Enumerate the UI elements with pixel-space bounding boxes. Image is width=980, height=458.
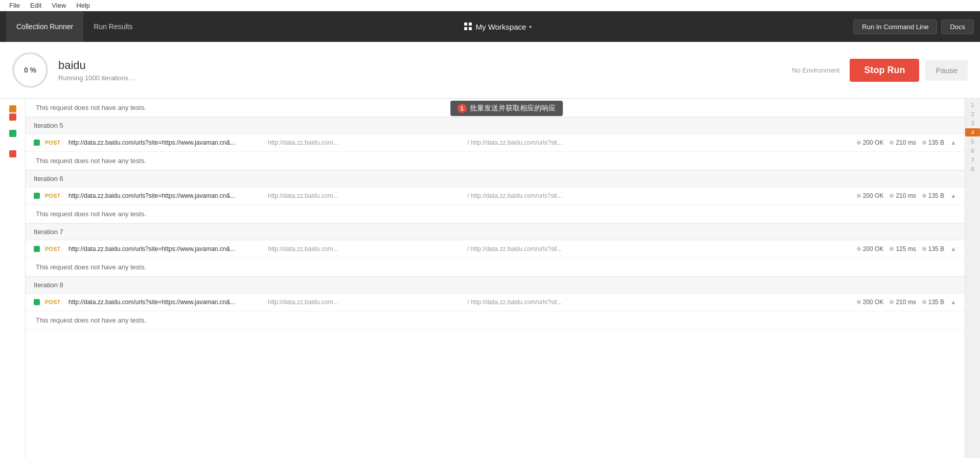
iteration-header-6: Iteration 6 — [26, 170, 965, 187]
tooltip-badge: 1 — [458, 104, 467, 113]
time-meta: 210 ms — [890, 299, 916, 306]
request-url: http://data.zz.baidu.com/urls?site=https… — [69, 299, 263, 306]
request-url: http://data.zz.baidu.com/urls?site=https… — [69, 192, 263, 199]
environment-label: No Environment — [792, 66, 839, 74]
expand-button[interactable]: ▲ — [950, 192, 956, 199]
scroll-num-5[interactable]: 5 — [965, 138, 980, 146]
status-indicator — [34, 299, 40, 305]
status-indicator — [34, 140, 40, 146]
pause-button[interactable]: Pause — [925, 60, 968, 81]
meta-dot — [857, 141, 861, 145]
meta-dot-3 — [922, 300, 926, 304]
progress-section: 0 % baidu Running 1000 iterations ... No… — [0, 42, 980, 99]
request-full-url: http://data.zz.baidu.com... — [268, 245, 462, 253]
pair-icon[interactable] — [5, 105, 21, 121]
no-tests-iter8: This request does not have any tests. — [26, 311, 965, 330]
no-tests-iter7: This request does not have any tests. — [26, 258, 965, 277]
menu-help[interactable]: Help — [71, 1, 95, 10]
request-path: / http://data.zz.baidu.com/urls?sit... — [467, 139, 600, 146]
results-area: This request does not have any tests. 1 … — [26, 99, 965, 458]
iteration-header-7: Iteration 7 — [26, 223, 965, 240]
method-badge: POST — [45, 299, 63, 305]
no-tests-first: This request does not have any tests. 1 … — [26, 99, 965, 117]
scroll-num-7[interactable]: 7 — [965, 156, 980, 164]
meta-dot-2 — [890, 194, 894, 198]
time-meta: 210 ms — [890, 192, 916, 199]
scroll-num-1[interactable]: 1 — [965, 101, 980, 109]
no-tests-iter5: This request does not have any tests. — [26, 152, 965, 170]
size-meta: 135 B — [922, 192, 944, 199]
iteration-header-8: Iteration 8 — [26, 277, 965, 293]
scroll-num-3[interactable]: 3 — [965, 119, 980, 127]
request-meta: 200 OK 210 ms 135 B ▲ — [857, 192, 956, 199]
menu-edit[interactable]: Edit — [25, 1, 47, 10]
workspace-center: My Workspace ▾ — [143, 19, 854, 34]
meta-dot — [857, 300, 861, 304]
status-meta: 200 OK — [857, 245, 884, 253]
request-row[interactable]: POST http://data.zz.baidu.com/urls?site=… — [26, 134, 965, 152]
request-url: http://data.zz.baidu.com/urls?site=https… — [69, 139, 263, 146]
request-row[interactable]: POST http://data.zz.baidu.com/urls?site=… — [26, 240, 965, 258]
scroll-num-8[interactable]: 8 — [965, 165, 980, 173]
expand-button[interactable]: ▲ — [950, 299, 956, 306]
docs-button[interactable]: Docs — [941, 19, 974, 34]
red-square-icon[interactable] — [5, 146, 21, 162]
meta-dot-2 — [890, 247, 894, 251]
size-meta: 135 B — [922, 245, 944, 253]
request-path: / http://data.zz.baidu.com/urls?sit... — [467, 192, 600, 199]
workspace-icon — [464, 22, 472, 31]
request-meta: 200 OK 210 ms 135 B ▲ — [857, 139, 956, 146]
green-square-icon[interactable] — [5, 125, 21, 142]
menu-bar: File Edit View Help — [0, 0, 980, 11]
meta-dot-2 — [890, 141, 894, 145]
tab-run-results[interactable]: Run Results — [83, 11, 143, 42]
status-meta: 200 OK — [857, 192, 884, 199]
expand-button[interactable]: ▲ — [950, 245, 956, 253]
meta-dot — [857, 194, 861, 198]
scroll-num-4[interactable]: 4 — [965, 128, 980, 136]
status-meta: 200 OK — [857, 139, 884, 146]
iteration-5: Iteration 5 POST http://data.zz.baidu.co… — [26, 117, 965, 170]
size-meta: 135 B — [922, 139, 944, 146]
method-badge: POST — [45, 246, 63, 252]
request-meta: 200 OK 125 ms 135 B ▲ — [857, 245, 956, 253]
request-meta: 200 OK 210 ms 135 B ▲ — [857, 299, 956, 306]
request-path: / http://data.zz.baidu.com/urls?sit... — [467, 245, 600, 253]
stop-run-button[interactable]: Stop Run — [850, 59, 919, 82]
iteration-8: Iteration 8 POST http://data.zz.baidu.co… — [26, 277, 965, 330]
iteration-6: Iteration 6 POST http://data.zz.baidu.co… — [26, 170, 965, 223]
time-meta: 210 ms — [890, 139, 916, 146]
tooltip-text: 批量发送并获取相应的响应 — [470, 104, 556, 113]
request-full-url: http://data.zz.baidu.com... — [268, 299, 462, 306]
request-full-url: http://data.zz.baidu.com... — [268, 139, 462, 146]
main-content: This request does not have any tests. 1 … — [0, 99, 980, 458]
menu-view[interactable]: View — [47, 1, 71, 10]
collection-name: baidu — [58, 59, 771, 72]
top-nav: Collection Runner Run Results My Workspa… — [0, 11, 980, 42]
status-indicator — [34, 246, 40, 252]
scroll-num-2[interactable]: 2 — [965, 110, 980, 118]
iteration-7: Iteration 7 POST http://data.zz.baidu.co… — [26, 223, 965, 277]
meta-dot-2 — [890, 300, 894, 304]
first-row-wrapper: This request does not have any tests. 1 … — [26, 99, 965, 117]
meta-dot-3 — [922, 194, 926, 198]
time-meta: 125 ms — [890, 245, 916, 253]
scroll-num-6[interactable]: 6 — [965, 147, 980, 155]
progress-circle: 0 % — [12, 52, 48, 88]
workspace-selector[interactable]: My Workspace ▾ — [458, 19, 538, 34]
run-in-command-line-button[interactable]: Run In Command Line — [853, 19, 937, 34]
size-meta: 135 B — [922, 299, 944, 306]
request-row[interactable]: POST http://data.zz.baidu.com/urls?site=… — [26, 293, 965, 311]
iteration-header-5: Iteration 5 — [26, 117, 965, 134]
request-row[interactable]: POST http://data.zz.baidu.com/urls?site=… — [26, 187, 965, 205]
status-meta: 200 OK — [857, 299, 884, 306]
chevron-down-icon: ▾ — [529, 24, 532, 30]
method-badge: POST — [45, 140, 63, 146]
request-url: http://data.zz.baidu.com/urls?site=https… — [69, 245, 263, 253]
no-tests-iter6: This request does not have any tests. — [26, 205, 965, 223]
method-badge: POST — [45, 193, 63, 199]
menu-file[interactable]: File — [4, 1, 25, 10]
expand-button[interactable]: ▲ — [950, 139, 956, 146]
meta-dot-3 — [922, 141, 926, 145]
tab-collection-runner[interactable]: Collection Runner — [6, 11, 83, 42]
